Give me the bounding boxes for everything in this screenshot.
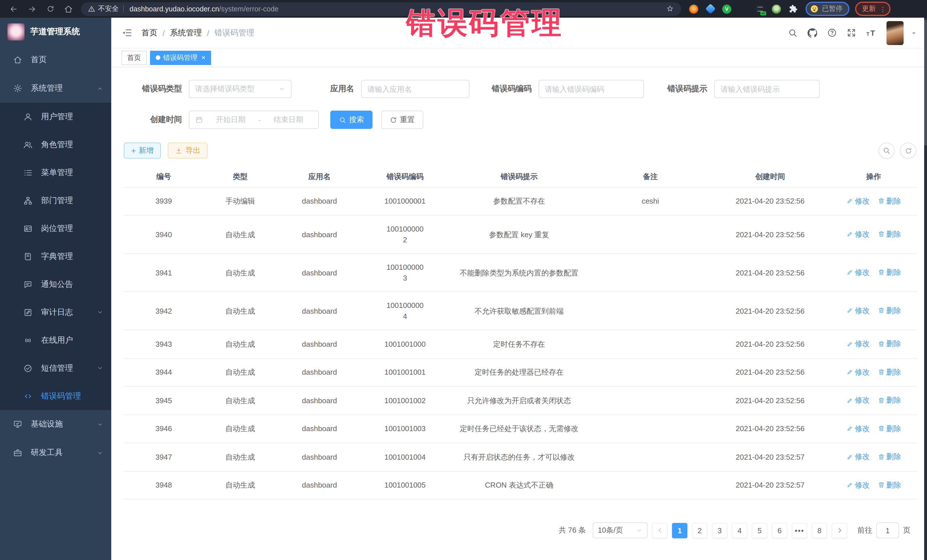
chrome-update-button[interactable]: 更新 ⋮ bbox=[855, 2, 891, 16]
edit-link[interactable]: 修改 bbox=[846, 195, 870, 206]
extension-gem-icon[interactable] bbox=[706, 4, 715, 14]
fullscreen-icon[interactable] bbox=[846, 28, 856, 38]
tag-home[interactable]: 首页 bbox=[122, 50, 147, 65]
github-icon[interactable] bbox=[807, 28, 818, 38]
user-menu-caret-icon[interactable] bbox=[910, 29, 918, 37]
edit-link[interactable]: 修改 bbox=[846, 305, 870, 316]
sidebar-item-dept-management[interactable]: 部门管理 bbox=[0, 187, 111, 214]
sidebar-item-online-users[interactable]: 在线用户 bbox=[0, 326, 111, 354]
delete-link[interactable]: 删除 bbox=[878, 395, 901, 405]
sidebar-item-error-code-management[interactable]: 错误码管理 bbox=[0, 382, 111, 410]
add-button[interactable]: + 新增 bbox=[124, 143, 161, 159]
delete-link[interactable]: 删除 bbox=[878, 195, 901, 206]
browser-menu-dots-icon[interactable]: ⋮ bbox=[880, 6, 886, 12]
sidebar-item-infrastructure[interactable]: 基础设施 bbox=[0, 410, 111, 439]
delete-link[interactable]: 删除 bbox=[878, 451, 901, 462]
page-ellipsis-button[interactable]: ••• bbox=[792, 523, 807, 538]
extension-grid-icon[interactable] bbox=[739, 4, 748, 14]
edit-link[interactable]: 修改 bbox=[846, 395, 870, 405]
sidebar-item-notice-announcement[interactable]: 通知公告 bbox=[0, 270, 111, 298]
error-code-input[interactable] bbox=[538, 80, 644, 98]
home-icon bbox=[64, 4, 73, 14]
sidebar-item-dict-management[interactable]: 字典管理 bbox=[0, 242, 111, 270]
tag-error-code-management[interactable]: 错误码管理× bbox=[150, 50, 211, 65]
sidebar-collapse-button[interactable] bbox=[122, 27, 132, 38]
next-page-button[interactable] bbox=[832, 523, 847, 538]
edit-pencil-icon bbox=[846, 481, 853, 488]
edit-link[interactable]: 修改 bbox=[846, 423, 870, 434]
address-bar[interactable]: 不安全 dashboard.yudao.iocoder.cn/system/er… bbox=[81, 2, 681, 16]
column-header: 操作 bbox=[830, 167, 917, 187]
font-size-icon[interactable]: TT bbox=[866, 27, 877, 38]
extensions-puzzle-icon[interactable] bbox=[789, 4, 798, 14]
calendar-icon bbox=[195, 116, 203, 124]
sidebar-item-label: 研发工具 bbox=[31, 448, 63, 458]
delete-link[interactable]: 删除 bbox=[878, 338, 901, 349]
bookmark-star-icon[interactable] bbox=[666, 5, 674, 13]
toggle-search-button[interactable] bbox=[878, 143, 895, 159]
browser-back-icon[interactable] bbox=[7, 2, 21, 16]
edit-link[interactable]: 修改 bbox=[846, 451, 870, 462]
browser-home-icon[interactable] bbox=[62, 2, 75, 16]
extension-monkey-icon[interactable] bbox=[772, 4, 781, 14]
page-button-5[interactable]: 5 bbox=[752, 523, 767, 538]
delete-link[interactable]: 删除 bbox=[878, 305, 901, 316]
edit-link[interactable]: 修改 bbox=[846, 338, 870, 349]
sidebar-item-menu-management[interactable]: 菜单管理 bbox=[0, 159, 111, 187]
sidebar-item-sms-management[interactable]: 短信管理 bbox=[0, 354, 111, 382]
page-button-2[interactable]: 2 bbox=[692, 523, 707, 538]
delete-link[interactable]: 删除 bbox=[878, 229, 901, 240]
extension-onoff-icon[interactable]: on bbox=[755, 4, 764, 14]
page-button-1[interactable]: 1 bbox=[672, 523, 687, 538]
date-range-picker[interactable]: 开始日期 - 结束日期 bbox=[189, 111, 319, 129]
page-size-select[interactable]: 10条/页 bbox=[593, 522, 647, 538]
search-button[interactable]: 搜索 bbox=[330, 111, 372, 129]
delete-link[interactable]: 删除 bbox=[878, 366, 901, 377]
browser-reload-icon[interactable] bbox=[43, 2, 57, 16]
user-avatar[interactable] bbox=[886, 21, 904, 45]
breadcrumb-item[interactable]: 首页 bbox=[141, 28, 158, 38]
edit-link[interactable]: 修改 bbox=[846, 479, 870, 490]
expand-arrows-icon bbox=[846, 28, 856, 38]
page-button-6[interactable]: 6 bbox=[772, 523, 787, 538]
help-icon[interactable] bbox=[827, 28, 837, 38]
breadcrumb-item[interactable]: 系统管理 bbox=[170, 28, 202, 38]
profile-paused-pill[interactable]: 已暂停 bbox=[805, 2, 849, 16]
extension-orange-icon[interactable] bbox=[689, 4, 698, 14]
reset-button[interactable]: 重置 bbox=[381, 111, 423, 129]
extension-green-v-icon[interactable]: V bbox=[722, 4, 731, 14]
sidebar-item-post-management[interactable]: 岗位管理 bbox=[0, 214, 111, 242]
scrollbar-thumb[interactable] bbox=[924, 20, 927, 146]
delete-link[interactable]: 删除 bbox=[878, 423, 901, 434]
close-tag-icon[interactable]: × bbox=[201, 54, 205, 61]
cell-actions: 修改删除 bbox=[830, 443, 917, 471]
cell-code: 1001000001 bbox=[362, 187, 448, 215]
page-button-3[interactable]: 3 bbox=[712, 523, 727, 538]
sidebar-item-role-management[interactable]: 角色管理 bbox=[0, 131, 111, 159]
edit-link[interactable]: 修改 bbox=[846, 267, 870, 278]
page-scrollbar[interactable] bbox=[924, 18, 927, 560]
export-button[interactable]: 导出 bbox=[168, 143, 208, 159]
sidebar-item-dev-tools[interactable]: 研发工具 bbox=[0, 439, 111, 467]
sidebar-item-audit-log[interactable]: 审计日志 bbox=[0, 298, 111, 326]
cell-id: 3947 bbox=[124, 443, 204, 471]
page-button-4[interactable]: 4 bbox=[732, 523, 747, 538]
delete-link[interactable]: 删除 bbox=[878, 267, 901, 278]
sidebar-item-user-management[interactable]: 用户管理 bbox=[0, 103, 111, 131]
cell-remark bbox=[590, 443, 710, 471]
app-name-input[interactable] bbox=[361, 80, 470, 98]
refresh-table-button[interactable] bbox=[900, 143, 916, 159]
page-button-8[interactable]: 8 bbox=[812, 523, 827, 538]
cell-actions: 修改删除 bbox=[830, 358, 917, 386]
goto-page-input[interactable] bbox=[876, 522, 899, 538]
edit-link[interactable]: 修改 bbox=[846, 366, 870, 377]
browser-forward-icon[interactable] bbox=[25, 2, 39, 16]
delete-link[interactable]: 删除 bbox=[878, 479, 901, 490]
error-type-select[interactable]: 请选择错误码类型 bbox=[189, 80, 292, 98]
header-search-icon[interactable] bbox=[788, 28, 798, 38]
sidebar-item-home[interactable]: 首页 bbox=[0, 46, 111, 74]
sidebar-item-system-management[interactable]: 系统管理 bbox=[0, 74, 111, 103]
edit-link[interactable]: 修改 bbox=[846, 229, 870, 240]
error-hint-input[interactable] bbox=[714, 80, 820, 98]
prev-page-button[interactable] bbox=[652, 523, 667, 538]
